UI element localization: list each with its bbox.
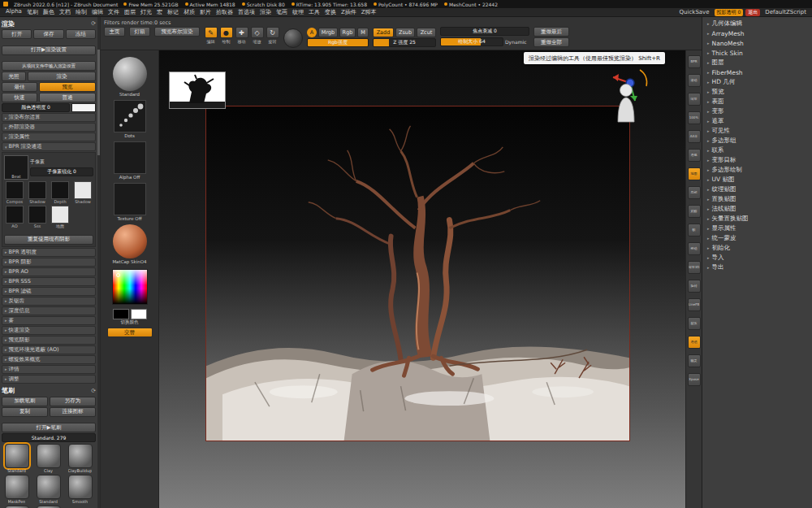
subpalette-item[interactable]: ▸ 多边形组 bbox=[702, 136, 812, 145]
brush-thumb[interactable]: ClayBuildup bbox=[65, 444, 95, 473]
subpalette-item[interactable]: ▸ 变形目标 bbox=[702, 155, 812, 165]
subpalette-item[interactable]: ▸ FiberMesh bbox=[702, 67, 812, 77]
z-intensity-slider[interactable]: Z 强度 25 bbox=[373, 38, 436, 47]
import-render-settings-button[interactable]: 从项目文件中输入渲染设置 bbox=[2, 61, 96, 71]
menu-item[interactable]: 影片 bbox=[197, 8, 214, 16]
collapsed-section[interactable]: ▸ 详情 bbox=[2, 365, 96, 374]
subpalette-item[interactable]: ▸ 几何体编辑 bbox=[702, 19, 812, 28]
flat-opacity-slider[interactable]: 颜色透明度 0 bbox=[2, 103, 70, 112]
collapsed-section[interactable]: ▸ BPR 透明度 bbox=[2, 248, 96, 257]
camera-mannequin-icon[interactable] bbox=[612, 83, 641, 124]
subpixel-sharpen-slider[interactable]: 子像素锐化 0 bbox=[30, 167, 93, 176]
light-button[interactable]: 光照 bbox=[2, 72, 26, 81]
menu-item[interactable]: 文件 bbox=[106, 8, 122, 16]
menu-item[interactable]: Z插件 bbox=[339, 8, 359, 16]
menu-item[interactable]: 笔刷 bbox=[24, 8, 41, 16]
exit-button[interactable]: 退出 bbox=[745, 9, 760, 16]
subpalette-item[interactable]: ▸ 矢量置换贴图 bbox=[702, 214, 812, 224]
right-shelf-button[interactable]: 100% bbox=[688, 111, 701, 124]
subpalette-item[interactable]: ▸ 联系 bbox=[702, 145, 812, 155]
subpalette-item[interactable]: ▸ 图层 bbox=[702, 58, 812, 67]
best-render-button[interactable]: 最佳 bbox=[2, 82, 37, 92]
brush-thumb[interactable]: Standard bbox=[33, 475, 63, 504]
reuse-shadows-button[interactable]: 重复使用现有阴影 bbox=[4, 235, 93, 245]
rgb-button[interactable]: Rgb bbox=[339, 28, 356, 37]
render-button[interactable]: 渲染 bbox=[28, 72, 96, 81]
subpalette-item[interactable]: ▸ 法线贴图 bbox=[702, 204, 812, 214]
brush-thumb[interactable]: Smooth bbox=[65, 475, 95, 504]
main-color-swatch[interactable] bbox=[113, 309, 129, 319]
brush-thumb[interactable]: Clay bbox=[33, 444, 63, 473]
right-shelf-button[interactable]: 局部 bbox=[688, 186, 701, 199]
menu-item[interactable]: 绘制 bbox=[73, 8, 89, 16]
subpalette-item[interactable]: ▸ 可见性 bbox=[702, 126, 812, 136]
dynamic-toggle[interactable]: Dynamic bbox=[505, 39, 526, 45]
menu-item[interactable]: 材质 bbox=[181, 8, 197, 16]
right-shelf-button[interactable]: AA半 bbox=[688, 130, 701, 143]
right-shelf-button[interactable]: 地面 bbox=[688, 167, 701, 180]
subpalette-item[interactable]: ▸ 表面 bbox=[702, 97, 812, 106]
save-brush-as-button[interactable]: 另存为 bbox=[50, 397, 96, 406]
preview-boolean-button[interactable]: 预览布尔渲染 bbox=[154, 27, 200, 37]
right-shelf-button[interactable]: Xpose bbox=[688, 373, 701, 386]
render-pass-thumb[interactable]: Shadow bbox=[72, 181, 93, 204]
current-material-thumb[interactable] bbox=[113, 57, 147, 91]
render-color-swatch[interactable] bbox=[71, 103, 96, 112]
collapsed-section[interactable]: ▸ 深度信息 bbox=[2, 306, 96, 315]
right-shelf-button[interactable]: 帧 bbox=[688, 224, 701, 237]
m-button[interactable]: M bbox=[357, 28, 369, 37]
subpalette-item[interactable]: ▸ 初始化 bbox=[702, 243, 812, 253]
subpalette-item[interactable]: ▸ 导出 bbox=[702, 263, 812, 272]
collapsed-section[interactable]: ▸ BPR 阴影 bbox=[2, 258, 96, 267]
zsub-button[interactable]: Zsub bbox=[395, 28, 415, 37]
current-brush-slider[interactable]: Standard. 279 bbox=[2, 433, 96, 442]
mode-button[interactable]: ● 绘制 bbox=[219, 27, 233, 44]
menu-item[interactable]: 拾取器 bbox=[214, 8, 235, 16]
right-shelf-button[interactable]: 对称 bbox=[688, 205, 701, 218]
mode-button[interactable]: ✎ 编辑 bbox=[204, 27, 218, 44]
menu-item[interactable]: 编辑 bbox=[89, 8, 106, 16]
collapsed-section[interactable]: ▸ 预览环境光遮蔽 (AO) bbox=[2, 345, 96, 354]
mode-button[interactable]: ↻ 旋转 bbox=[266, 27, 279, 44]
focal-shift-slider[interactable]: 焦点衰减 0 bbox=[440, 27, 529, 36]
switch-color-button[interactable]: 切换颜色 bbox=[121, 319, 139, 325]
menu-item[interactable]: 变换 bbox=[322, 8, 339, 16]
render-freeze-button[interactable]: 冻结 bbox=[66, 29, 96, 39]
subpalette-item[interactable]: ▸ NanoMesh bbox=[702, 38, 812, 48]
collapsed-section[interactable]: ▸ 渲染布尔运算 bbox=[2, 113, 96, 122]
right-shelf-button[interactable]: 幽灵 bbox=[688, 354, 701, 367]
menu-item[interactable]: 笔画 bbox=[274, 8, 290, 16]
document-thumbnail[interactable] bbox=[169, 72, 226, 109]
preview-render-button[interactable]: 预览 bbox=[39, 82, 96, 92]
menu-item[interactable]: 渲染 bbox=[257, 8, 274, 16]
render-open-button[interactable]: 打开 bbox=[2, 29, 32, 39]
brush-thumb[interactable]: MaskPen bbox=[2, 475, 32, 504]
secondary-color-swatch[interactable] bbox=[131, 309, 147, 319]
open-render-settings-button[interactable]: 打开▶渲染设置 bbox=[2, 46, 96, 55]
open-brush-button[interactable]: 打开▶笔刷 bbox=[2, 423, 96, 432]
current-stroke-thumb[interactable] bbox=[114, 100, 146, 132]
collapsed-section[interactable]: ▸ 螺旋效果概览 bbox=[2, 355, 96, 364]
subpalette-item[interactable]: ▸ UV 贴图 bbox=[702, 175, 812, 185]
collapsed-section[interactable]: ▸ 反锯齿 bbox=[2, 297, 96, 306]
fast-render-button[interactable]: 快速 bbox=[2, 93, 37, 102]
collapsed-section[interactable]: ▸ 预览阴影 bbox=[2, 336, 96, 345]
right-shelf-button[interactable]: 缩放3D bbox=[688, 261, 701, 274]
menu-item[interactable]: 颜色 bbox=[41, 8, 57, 16]
menu-item[interactable]: Alpha bbox=[3, 8, 24, 16]
collapsed-section[interactable]: ▸ BPR SSS bbox=[2, 277, 96, 286]
draw-size-slider[interactable]: 绘制大小 64 bbox=[440, 37, 503, 46]
redo-last-button[interactable]: 重做最后 bbox=[533, 27, 569, 37]
render-pass-thumb[interactable]: Depth bbox=[50, 181, 71, 204]
render-pass-thumb[interactable]: 地面 bbox=[50, 206, 71, 228]
palette-refresh-icon[interactable]: ⟳ bbox=[91, 388, 96, 394]
load-brush-button[interactable]: 加载笔刷 bbox=[2, 397, 48, 406]
subpalette-item[interactable]: ▸ 统一蒙皮 bbox=[702, 233, 812, 243]
mode-button[interactable]: ✚ 移动 bbox=[235, 27, 248, 44]
right-shelf-button[interactable]: 材质 bbox=[688, 317, 701, 330]
subpalette-item[interactable]: ▸ 置换贴图 bbox=[702, 194, 812, 204]
subpalette-item[interactable]: ▸ 变形 bbox=[702, 106, 812, 116]
subpixel-toggle[interactable]: 子像素 bbox=[30, 158, 93, 166]
menu-item[interactable]: 标记 bbox=[165, 8, 181, 16]
panel-scrollbar[interactable] bbox=[97, 17, 100, 508]
